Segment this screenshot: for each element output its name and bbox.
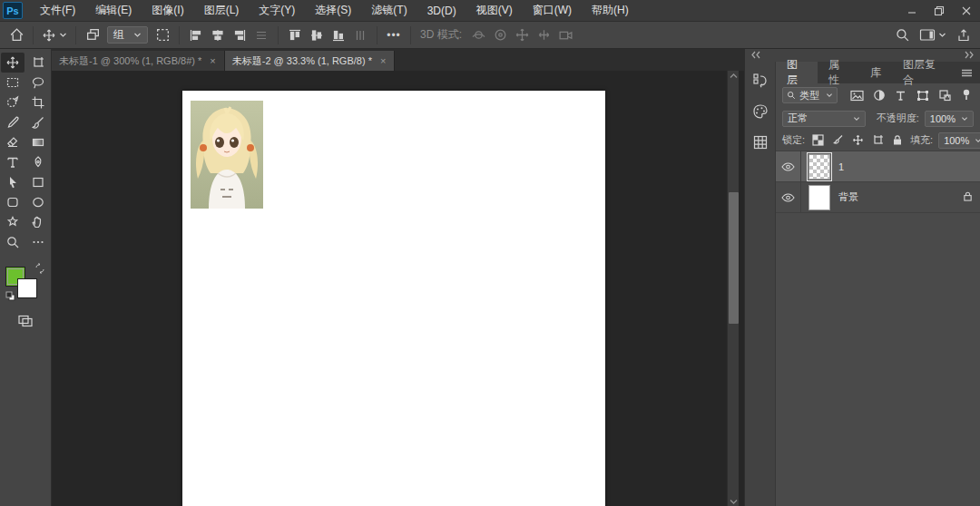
lock-artboard-icon[interactable] — [870, 133, 885, 148]
layer-row-1[interactable]: 1 — [776, 151, 980, 182]
placed-image-layer-1[interactable] — [191, 101, 263, 209]
lasso-tool[interactable] — [26, 73, 50, 92]
pen-tool[interactable] — [26, 152, 50, 172]
rounded-rectangle-tool[interactable] — [1, 192, 24, 212]
auto-select-target-dropdown[interactable]: 组 — [107, 26, 148, 44]
blend-mode-dropdown[interactable]: 正常 — [782, 111, 866, 127]
type-tool[interactable] — [1, 152, 24, 172]
menu-view[interactable]: 视图(V) — [466, 0, 523, 21]
canvas-area[interactable] — [52, 71, 744, 506]
background-lock-icon[interactable] — [963, 190, 973, 205]
zoom-tool[interactable] — [1, 232, 24, 252]
lock-position-icon[interactable] — [850, 133, 865, 148]
gradient-tool[interactable] — [26, 132, 50, 152]
workspace-switcher-button[interactable] — [916, 24, 949, 46]
collapse-dock-right-icon[interactable] — [964, 49, 975, 62]
path-selection-tool[interactable] — [1, 172, 24, 192]
move-tool-preset-button[interactable] — [39, 24, 70, 46]
glyphs-panel-icon[interactable] — [750, 132, 771, 152]
lock-transparent-pixels-icon[interactable] — [810, 133, 825, 148]
artboard-tool[interactable] — [26, 53, 50, 73]
tab-layer-comps[interactable]: 图层复合 — [892, 62, 954, 83]
panel-menu-icon[interactable] — [954, 62, 980, 83]
tab-libraries[interactable]: 库 — [859, 62, 892, 83]
eraser-tool[interactable] — [1, 132, 24, 152]
opacity-dropdown[interactable]: 100% — [925, 111, 974, 127]
menu-3d[interactable]: 3D(D) — [417, 0, 466, 21]
layer-name[interactable]: 1 — [838, 161, 973, 172]
menu-file[interactable]: 文件(F) — [30, 0, 85, 21]
scroll-up-icon[interactable] — [728, 71, 740, 81]
crop-tool[interactable] — [26, 92, 50, 112]
tab-close-icon[interactable]: × — [379, 55, 387, 66]
document-tab-untitled-1[interactable]: 未标题-1 @ 300% (1, RGB/8#) * × — [52, 51, 225, 71]
align-vertical-centers-icon[interactable] — [306, 24, 328, 46]
more-align-options-button[interactable]: ••• — [383, 24, 405, 46]
tab-properties[interactable]: 属性 — [818, 62, 859, 83]
history-panel-icon[interactable] — [750, 71, 771, 91]
layer-filter-type-dropdown[interactable]: 类型 — [782, 87, 838, 103]
menu-image[interactable]: 图像(I) — [142, 0, 193, 21]
rectangle-tool[interactable] — [26, 172, 50, 192]
hand-tool[interactable] — [26, 212, 50, 232]
edit-toolbar-icon[interactable] — [26, 232, 50, 252]
align-left-edges-icon[interactable] — [185, 24, 207, 46]
align-bottom-edges-icon[interactable] — [328, 24, 349, 46]
menu-help[interactable]: 帮助(H) — [582, 0, 639, 21]
move-tool[interactable] — [1, 53, 24, 73]
layers-empty-area[interactable] — [776, 213, 980, 506]
menu-filter[interactable]: 滤镜(T) — [361, 0, 416, 21]
collapse-dock-left-icon[interactable] — [750, 49, 761, 62]
swap-colors-icon[interactable] — [34, 263, 45, 277]
layer-visibility-icon[interactable] — [776, 151, 801, 182]
auto-select-icon[interactable] — [82, 24, 103, 46]
rectangular-marquee-tool[interactable] — [1, 73, 24, 92]
layer-visibility-icon[interactable] — [776, 182, 801, 213]
custom-shape-tool[interactable] — [1, 212, 24, 232]
document-tab-untitled-2[interactable]: 未标题-2 @ 33.3% (1, RGB/8) * × — [225, 51, 396, 71]
filter-shape-layers-icon[interactable] — [915, 88, 930, 103]
menu-edit[interactable]: 编辑(E) — [85, 0, 142, 21]
filtering-toggle-icon[interactable] — [958, 88, 974, 103]
share-image-icon[interactable] — [953, 24, 975, 46]
layer-thumbnail[interactable] — [808, 185, 830, 210]
menu-layer[interactable]: 图层(L) — [194, 0, 250, 21]
restore-icon[interactable] — [926, 0, 953, 21]
ellipse-tool[interactable] — [26, 192, 50, 212]
screen-mode-icon[interactable] — [17, 314, 34, 331]
search-icon[interactable] — [891, 24, 913, 46]
close-icon[interactable] — [953, 0, 980, 21]
menu-select[interactable]: 选择(S) — [305, 0, 361, 21]
align-horizontal-centers-icon[interactable] — [207, 24, 229, 46]
filter-smart-objects-icon[interactable] — [936, 88, 952, 103]
filter-type-layers-icon[interactable] — [893, 88, 908, 103]
show-transform-controls-icon[interactable] — [152, 24, 173, 46]
filter-adjustment-layers-icon[interactable] — [871, 88, 887, 103]
scrollbar-thumb[interactable] — [729, 192, 739, 324]
fill-dropdown[interactable]: 100% — [938, 132, 980, 149]
menu-window[interactable]: 窗口(W) — [523, 0, 582, 21]
background-color-swatch[interactable] — [17, 278, 37, 298]
minimize-icon[interactable] — [898, 0, 926, 21]
menu-type[interactable]: 文字(Y) — [249, 0, 305, 21]
lock-all-icon[interactable] — [890, 133, 905, 148]
scroll-down-icon[interactable] — [728, 496, 740, 506]
align-top-edges-icon[interactable] — [284, 24, 306, 46]
eyedropper-tool[interactable] — [1, 112, 24, 132]
layer-row-background[interactable]: 背景 — [776, 182, 980, 213]
divider — [410, 26, 411, 44]
brush-tool[interactable] — [26, 112, 50, 132]
document-canvas[interactable] — [182, 91, 605, 506]
swatches-panel-icon[interactable] — [750, 102, 771, 122]
layer-thumbnail[interactable] — [808, 154, 830, 180]
default-colors-icon[interactable] — [5, 291, 15, 301]
canvas-vertical-scrollbar[interactable] — [727, 71, 739, 506]
tab-close-icon[interactable]: × — [209, 55, 216, 66]
lock-image-pixels-icon[interactable] — [830, 133, 845, 148]
align-right-edges-icon[interactable] — [229, 24, 250, 46]
home-button[interactable] — [5, 24, 27, 46]
tab-layers[interactable]: 图层 — [776, 62, 818, 83]
filter-pixel-layers-icon[interactable] — [849, 88, 865, 103]
layer-name[interactable]: 背景 — [838, 190, 963, 204]
object-selection-tool[interactable] — [1, 92, 24, 112]
